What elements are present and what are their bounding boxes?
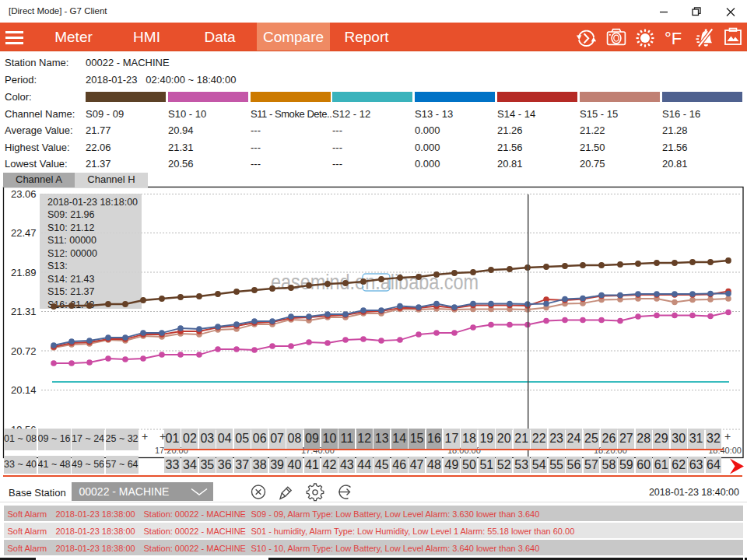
svg-text:S15: 21.37: S15: 21.37 bbox=[47, 286, 95, 297]
svg-text:S09: 21.96: S09: 21.96 bbox=[47, 209, 95, 220]
svg-text:S12: 00000: S12: 00000 bbox=[47, 248, 97, 259]
svg-text:20.14: 20.14 bbox=[11, 384, 37, 396]
svg-text:23.06: 23.06 bbox=[11, 188, 37, 200]
svg-text:22.47: 22.47 bbox=[11, 227, 37, 239]
svg-text:S14: 21.43: S14: 21.43 bbox=[47, 274, 95, 285]
svg-text:S10: 21.12: S10: 21.12 bbox=[47, 222, 95, 233]
svg-text:S11: 00000: S11: 00000 bbox=[47, 235, 96, 246]
svg-text:2018-01-23 18:18:00: 2018-01-23 18:18:00 bbox=[47, 197, 138, 208]
svg-text:21.89: 21.89 bbox=[11, 267, 37, 278]
svg-text:20.72: 20.72 bbox=[11, 345, 37, 357]
svg-text:21.31: 21.31 bbox=[11, 306, 37, 317]
svg-text:S13:: S13: bbox=[47, 261, 68, 271]
